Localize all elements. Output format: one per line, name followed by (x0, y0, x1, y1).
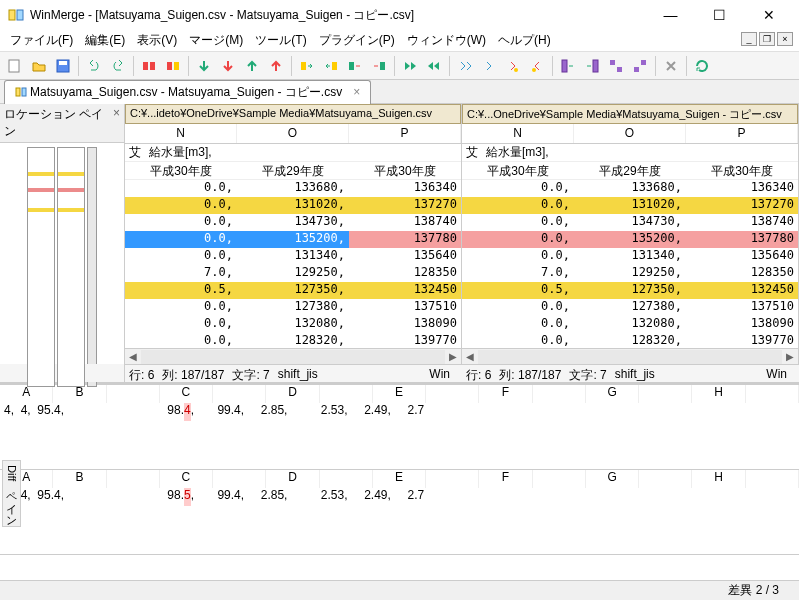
data-row[interactable]: 0.0,127380,137510 (125, 299, 461, 316)
merge3-icon[interactable] (605, 55, 627, 77)
data-row[interactable]: 0.5,127350,132450 (125, 282, 461, 299)
refresh-icon[interactable] (691, 55, 713, 77)
col-p[interactable]: P (349, 124, 461, 143)
diff-col: H (692, 385, 745, 403)
right-path[interactable]: C:¥...OneDrive¥Sample Media¥Matsuyama_Su… (462, 104, 798, 124)
diff-col (746, 470, 799, 488)
copy-right2-icon[interactable] (344, 55, 366, 77)
undo-icon[interactable] (83, 55, 105, 77)
location-pane: ロケーション ペイン × (0, 104, 125, 364)
new-icon[interactable] (4, 55, 26, 77)
location-bar-right[interactable] (57, 147, 85, 387)
data-row[interactable]: 0.0,128320,139770 (462, 333, 798, 348)
diff-col (320, 385, 373, 403)
data-row[interactable]: 0.0,133680,136340 (462, 180, 798, 197)
diff-row-bottom: 4, 4, 95.4, 98.5 , 99.4, 2.85, 2.53, 2.4… (0, 488, 799, 506)
arrow-down-red-icon[interactable] (217, 55, 239, 77)
diff-col (426, 385, 479, 403)
arrow-down-green-icon[interactable] (193, 55, 215, 77)
menu-plugins[interactable]: プラグイン(P) (313, 30, 401, 51)
file-tab[interactable]: Matsuyama_Suigen.csv - Matsuyama_Suigen … (4, 80, 371, 104)
diff-col (639, 385, 692, 403)
scroll-right-icon[interactable]: ▶ (445, 351, 461, 362)
data-row[interactable]: 0.0,134730,138740 (125, 214, 461, 231)
redo-icon[interactable] (107, 55, 129, 77)
menu-merge[interactable]: マージ(M) (183, 30, 249, 51)
hscrollbar[interactable]: ◀▶ (125, 348, 461, 364)
merge2-icon[interactable] (581, 55, 603, 77)
svg-rect-8 (174, 62, 179, 70)
location-pane-close-icon[interactable]: × (113, 106, 120, 140)
menubar: ファイル(F) 編集(E) 表示(V) マージ(M) ツール(T) プラグイン(… (0, 30, 799, 52)
col-n[interactable]: N (462, 124, 574, 143)
hscrollbar[interactable]: ◀▶ (462, 348, 798, 364)
diff-row-top: 4, 4, 95.4, 98.4 , 99.4, 2.85, 2.53, 2.4… (0, 403, 799, 421)
copy-left-icon[interactable] (320, 55, 342, 77)
diff1-icon[interactable] (138, 55, 160, 77)
data-row[interactable]: 0.0,132080,138090 (125, 316, 461, 333)
all-left-icon[interactable] (423, 55, 445, 77)
copy-right-icon[interactable] (296, 55, 318, 77)
merge4-icon[interactable] (629, 55, 651, 77)
data-row[interactable]: 7.0,129250,128350 (462, 265, 798, 282)
nav3-icon[interactable] (502, 55, 524, 77)
mdi-close-button[interactable]: × (777, 32, 793, 46)
col-n[interactable]: N (125, 124, 237, 143)
col-p[interactable]: P (686, 124, 798, 143)
diff-pane-label[interactable]: Diff ペイン (2, 460, 21, 527)
location-bar-left[interactable] (27, 147, 55, 387)
svg-rect-16 (593, 60, 598, 72)
data-row[interactable]: 0.0,133680,136340 (125, 180, 461, 197)
data-row[interactable]: 0.0,132080,138090 (462, 316, 798, 333)
all-right-icon[interactable] (399, 55, 421, 77)
data-row[interactable]: 0.0,131340,135640 (125, 248, 461, 265)
data-row[interactable]: 0.5,127350,132450 (462, 282, 798, 299)
copy-left2-icon[interactable] (368, 55, 390, 77)
scroll-right-icon[interactable]: ▶ (782, 351, 798, 362)
data-row[interactable]: 0.0,135200,137780 (462, 231, 798, 248)
diff-col (746, 385, 799, 403)
data-row[interactable]: 0.0,131020,137270 (462, 197, 798, 214)
data-row[interactable]: 0.0,135200,137780 (125, 231, 461, 248)
close-button[interactable]: ✕ (746, 1, 791, 29)
menu-view[interactable]: 表示(V) (131, 30, 183, 51)
mdi-restore-button[interactable]: ❐ (759, 32, 775, 46)
maximize-button[interactable]: ☐ (697, 1, 742, 29)
data-row[interactable]: 0.0,128320,139770 (125, 333, 461, 348)
save-icon[interactable] (52, 55, 74, 77)
data-row[interactable]: 0.0,127380,137510 (462, 299, 798, 316)
diff-counter: 差異 2 / 3 (728, 582, 779, 599)
menu-file[interactable]: ファイル(F) (4, 30, 79, 51)
merge1-icon[interactable] (557, 55, 579, 77)
stop-icon[interactable] (660, 55, 682, 77)
col-o[interactable]: O (574, 124, 686, 143)
data-row[interactable]: 0.0,131020,137270 (125, 197, 461, 214)
diff-col: D (266, 385, 319, 403)
mdi-minimize-button[interactable]: _ (741, 32, 757, 46)
tabbar: Matsuyama_Suigen.csv - Matsuyama_Suigen … (0, 80, 799, 104)
location-ruler[interactable] (87, 147, 97, 387)
col-o[interactable]: O (237, 124, 349, 143)
sub-header: 平成30年度平成29年度平成30年度 (462, 162, 798, 180)
nav4-icon[interactable] (526, 55, 548, 77)
nav2-icon[interactable] (478, 55, 500, 77)
scroll-left-icon[interactable]: ◀ (125, 351, 141, 362)
diff-col: H (692, 470, 745, 488)
data-row[interactable]: 7.0,129250,128350 (125, 265, 461, 282)
data-row[interactable]: 0.0,134730,138740 (462, 214, 798, 231)
menu-window[interactable]: ウィンドウ(W) (401, 30, 492, 51)
svg-rect-9 (301, 62, 306, 70)
arrow-up-green-icon[interactable] (241, 55, 263, 77)
data-row[interactable]: 0.0,131340,135640 (462, 248, 798, 265)
menu-help[interactable]: ヘルプ(H) (492, 30, 557, 51)
left-path[interactable]: C:¥...ideto¥OneDrive¥Sample Media¥Matsuy… (125, 104, 461, 124)
nav1-icon[interactable] (454, 55, 476, 77)
diff2-icon[interactable] (162, 55, 184, 77)
scroll-left-icon[interactable]: ◀ (462, 351, 478, 362)
menu-tools[interactable]: ツール(T) (249, 30, 312, 51)
menu-edit[interactable]: 編集(E) (79, 30, 131, 51)
arrow-up-red-icon[interactable] (265, 55, 287, 77)
tab-close-icon[interactable]: × (353, 85, 360, 99)
open-icon[interactable] (28, 55, 50, 77)
minimize-button[interactable]: — (648, 1, 693, 29)
